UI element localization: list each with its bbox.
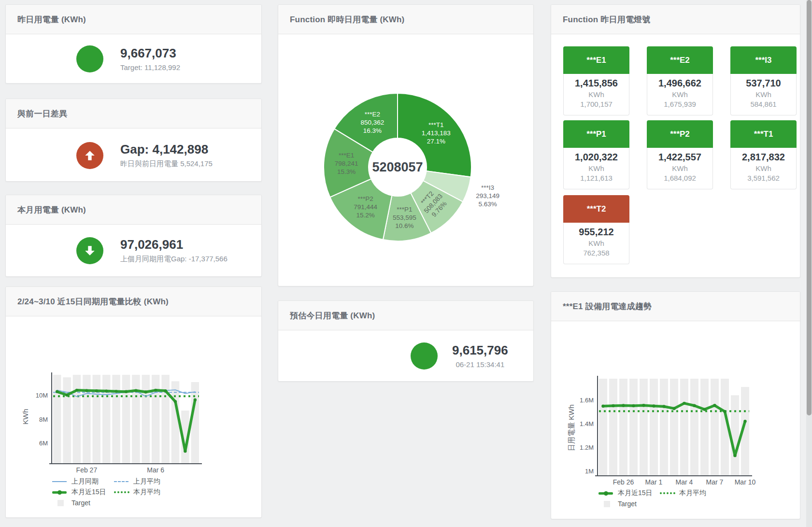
tile-unit: KWh — [647, 90, 712, 99]
target-bar — [53, 375, 61, 463]
series-point — [743, 420, 746, 423]
panel-header: 與前一日差異 — [6, 99, 261, 128]
donut-slice-label: ***I3293,1495.63% — [476, 184, 499, 208]
series-point — [114, 390, 117, 393]
series-point — [733, 454, 736, 457]
tile-unit: KWh — [564, 239, 629, 247]
tile-value: 1,496,662 — [647, 78, 712, 89]
legend-item-last-month[interactable]: 上月同期 — [71, 477, 114, 486]
arrow-down-circle-icon — [76, 237, 103, 264]
tile-value: 1,020,322 — [564, 152, 629, 163]
series-point — [154, 389, 157, 392]
target-bar — [599, 379, 607, 475]
light-tile-T1: ***T12,817,832KWh3,591,562 — [730, 120, 797, 189]
legend-item-this-month[interactable]: 本月近15日 — [618, 489, 660, 498]
x-tick-label: Mar 7 — [706, 478, 724, 486]
panel-today-estimate: 預估今日用電量 (KWh) 9,615,796 06-21 15:34:41 — [278, 300, 534, 382]
panel-title[interactable]: 昨日用電量 (KWh) — [6, 14, 86, 25]
panel-header: 昨日用電量 (KWh) — [6, 5, 261, 34]
tile-target: 1,121,613 — [564, 174, 629, 182]
target-bar — [640, 379, 648, 475]
target-bar — [660, 379, 668, 475]
tile-target: 584,861 — [731, 100, 796, 108]
tile-value: 537,710 — [731, 78, 796, 89]
target-bar — [650, 379, 658, 475]
series-point — [683, 402, 685, 405]
panel-title[interactable]: ***E1 設備用電達成趨勢 — [551, 301, 652, 312]
today-estimate-timestamp: 06-21 15:34:41 — [452, 360, 508, 369]
series-point — [184, 450, 186, 453]
scrollbar-thumb[interactable] — [807, 0, 812, 415]
panel-title[interactable]: 預估今日用電量 (KWh) — [278, 310, 375, 321]
donut-chart: ***T11,413,18327.1%***I3293,1495.63%***T… — [278, 34, 534, 287]
series-point — [85, 389, 88, 392]
panel-header: 預估今日用電量 (KWh) — [278, 301, 533, 330]
tile-status-header: ***E1 — [563, 46, 629, 74]
target-bar — [680, 379, 688, 475]
tile-target: 1,700,157 — [564, 100, 629, 108]
series-point — [703, 408, 706, 411]
tile-body: 2,817,832KWh3,591,562 — [730, 148, 797, 189]
tile-target: 762,358 — [564, 249, 629, 257]
legend-line-green-thick-icon — [598, 492, 613, 495]
target-bar — [93, 375, 100, 463]
tile-value: 2,817,832 — [731, 152, 796, 163]
series-point — [125, 390, 128, 393]
tile-status-header: ***E2 — [647, 46, 713, 74]
legend-item-target[interactable]: Target — [618, 500, 637, 508]
target-bar — [161, 375, 169, 463]
legend-line-green-thick-icon — [52, 491, 67, 494]
arrow-down-icon — [84, 244, 96, 257]
tile-value: 955,212 — [564, 227, 629, 238]
tile-target: 1,675,939 — [647, 100, 712, 108]
panel-title[interactable]: 與前一日差異 — [6, 108, 67, 119]
donut-center-total: 5208057 — [372, 160, 423, 174]
panel-title[interactable]: 2/24~3/10 近15日同期用電量比較 (KWh) — [6, 296, 169, 307]
legend-item-this-month-avg[interactable]: 本月平均 — [133, 488, 160, 497]
legend-item-this-month-avg[interactable]: 本月平均 — [679, 489, 706, 498]
panel-title[interactable]: Function 即時日用電量 (KWh) — [278, 14, 404, 25]
month-usage-gap: 上個月同期用電Gap: -17,377,566 — [120, 255, 228, 264]
legend-target-swatch-icon — [57, 500, 64, 506]
panel-header: Function 即時日用電量 (KWh) — [278, 5, 533, 34]
tile-body: 1,422,557KWh1,684,092 — [647, 148, 713, 189]
panel-yesterday-lights: Function 昨日用電燈號 ***E11,415,856KWh1,700,1… — [551, 4, 800, 278]
legend-item-target[interactable]: Target — [71, 499, 90, 507]
series-point — [672, 407, 675, 410]
light-tile-E1: ***E11,415,856KWh1,700,157 — [563, 46, 629, 115]
panel-realtime-donut: Function 即時日用電量 (KWh) ***T11,413,18327.1… — [278, 4, 534, 286]
target-bar — [629, 379, 638, 475]
x-tick-label: Mar 10 — [735, 478, 756, 486]
panel-title[interactable]: Function 昨日用電燈號 — [551, 14, 650, 25]
target-bar — [619, 379, 627, 475]
arrow-up-icon — [84, 149, 96, 162]
tile-body: 1,020,322KWh1,121,613 — [563, 148, 629, 189]
tile-body: 955,212KWh762,358 — [563, 223, 629, 264]
series-point — [662, 405, 665, 408]
light-tile-I3: ***I3537,710KWh584,861 — [730, 46, 797, 115]
legend-line-green-dotted-icon — [660, 492, 675, 494]
target-bar — [73, 375, 81, 463]
legend-item-this-month[interactable]: 本月近15日 — [71, 488, 114, 497]
tile-status-header: ***P2 — [647, 120, 713, 148]
arrow-up-circle-icon — [76, 142, 103, 169]
legend-item-last-month-avg[interactable]: 上月平均 — [133, 477, 160, 486]
panel-title[interactable]: 本月用電量 (KWh) — [6, 204, 86, 215]
series-point — [622, 404, 625, 407]
series-point — [601, 405, 604, 408]
panel-15day-compare-chart: 2/24~3/10 近15日同期用電量比較 (KWh) 10M8M6MFeb 2… — [5, 286, 262, 518]
y-tick-label: 10M — [36, 392, 48, 399]
panel-month-usage: 本月用電量 (KWh) 97,026,961 上個月同期用電Gap: -17,3… — [5, 195, 262, 277]
panel-yesterday-usage: 昨日用電量 (KWh) 9,667,073 Target: 11,128,992 — [5, 4, 262, 84]
tile-target: 1,684,092 — [647, 174, 712, 182]
today-estimate-value: 9,615,796 — [452, 343, 508, 357]
yesterday-usage-target: Target: 11,128,992 — [120, 63, 180, 71]
legend-line-blue-dashed-icon — [114, 481, 128, 482]
target-bar — [63, 377, 71, 463]
tile-status-header: ***P1 — [563, 120, 629, 148]
tile-target: 3,591,562 — [731, 174, 796, 182]
target-bar — [700, 379, 709, 475]
page-scrollbar[interactable] — [806, 0, 812, 527]
x-tick-label: Feb 27 — [76, 466, 98, 474]
light-tile-P1: ***P11,020,322KWh1,121,613 — [563, 120, 629, 189]
